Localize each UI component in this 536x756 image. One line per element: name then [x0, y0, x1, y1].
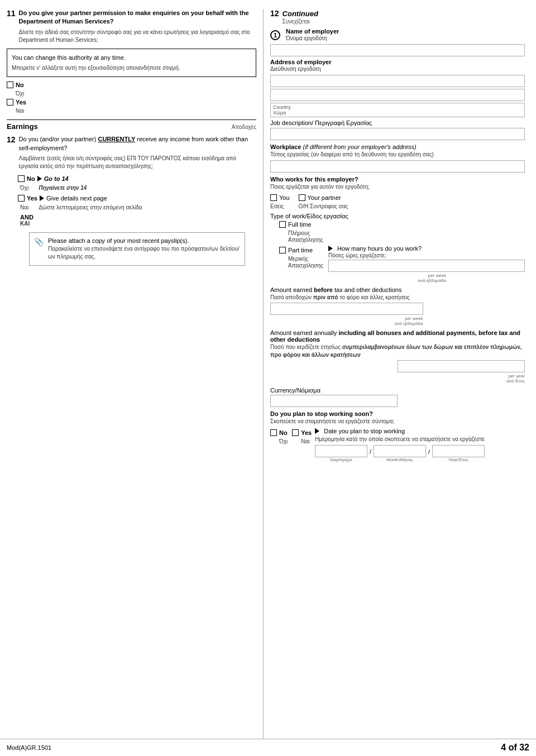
continued-en: Continued	[283, 9, 318, 18]
day-field[interactable]	[315, 445, 367, 457]
stop-working-en: Do you plan to stop working soon?	[270, 410, 525, 417]
no-stop-greek: Όχι	[279, 438, 288, 444]
address-field-1[interactable]	[270, 75, 525, 87]
no-checkbox[interactable]	[7, 82, 13, 88]
workplace-en: Workplace	[270, 143, 301, 150]
job-desc-en: Job description/ Περιγραφή Εργασίας	[270, 119, 372, 126]
no-goto-checkbox[interactable]	[18, 175, 25, 182]
day-field-wrapper: Day/Ημέρα	[315, 445, 367, 462]
currency-field[interactable]	[270, 395, 398, 407]
amount-annual-section: Amount earned annually including all bon…	[270, 329, 525, 384]
part-time-checkbox[interactable]	[279, 247, 286, 253]
you-checkbox[interactable]	[270, 194, 277, 201]
currency-section: Currency/Νόμισμα	[270, 387, 525, 407]
note-box: 📎 Please attach a copy of your most rece…	[29, 232, 245, 266]
stop-working-options: No Όχι Yes Ναι	[270, 428, 525, 462]
workplace-italic: (if different from your employer's addre…	[303, 143, 417, 150]
q12-number: 12	[7, 135, 16, 170]
footer: Mod(A)GR.1501 4 of 32	[0, 739, 536, 756]
who-works-en: Who works for this employer?	[270, 176, 525, 183]
right-header: 12 Continued Συνεχίζεται	[270, 9, 525, 25]
day-label: Day/Ημέρα	[315, 457, 367, 462]
no-goto-en: No	[27, 175, 35, 182]
yes-option: Yes Ναι	[7, 99, 256, 114]
amount-before-field[interactable]	[270, 303, 423, 315]
yes-stop-en: Yes	[301, 429, 312, 436]
continued-greek: Συνεχίζεται	[283, 18, 310, 25]
yes-checkbox[interactable]	[7, 99, 13, 106]
per-week-amount-en: per week	[405, 316, 423, 321]
yes-give-block: Yes Give details next page Ναι Δώστε λεπ…	[18, 193, 256, 266]
earnings-title: Earnings	[7, 122, 38, 131]
partner-en: Your partner	[308, 194, 341, 201]
per-week-label-en: per week	[428, 273, 446, 278]
q12-text-greek: Λαμβάνετε (εσείς ή/και ο/η σύντροφός σας…	[19, 155, 256, 170]
earnings-divider	[7, 119, 256, 120]
employer-name-field[interactable]	[270, 44, 525, 56]
amount-before-en: Amount earned before tax and other deduc…	[270, 286, 525, 293]
full-time-greek2: Απασχόλησης	[288, 237, 323, 243]
and-block: AND ΚΑΙ	[20, 214, 256, 227]
job-desc-field[interactable]	[270, 128, 525, 140]
country-label-greek: Χώρα	[273, 110, 522, 116]
type-work-label: Type of work/Είδος εργασίας	[270, 213, 525, 219]
month-field[interactable]	[374, 445, 426, 457]
hours-per-week-field[interactable]	[328, 260, 525, 272]
yes-stop-option: Yes Ναι	[292, 428, 312, 444]
name-employer-greek: Όνομα εργοδότη	[286, 35, 327, 41]
part-time-en: Part time	[288, 247, 313, 253]
who-works-greek: Ποιος εργάζεται για αυτόν τον εργοδότη;	[270, 183, 525, 191]
date-stop-en: Date you plan to stop working	[324, 428, 405, 434]
employer-address-section: Address of employer Διεύθυνση εργοδότη C…	[270, 59, 525, 117]
no-stop-checkbox[interactable]	[270, 429, 277, 436]
how-many-hours-greek: Πόσες ώρες εργάζεστε;	[328, 252, 386, 259]
who-works-section: Who works for this employer? Ποιος εργάζ…	[270, 176, 525, 209]
yes-stop-checkbox[interactable]	[292, 429, 299, 436]
no-stop-option: No Όχι	[270, 428, 288, 444]
left-column: 11 Do you give your partner permission t…	[7, 9, 264, 739]
employer-name-section: 1 Name of employer Όνομα εργοδότη	[270, 28, 525, 56]
earnings-header: Earnings Αποδοχές	[7, 122, 256, 131]
currency-label: Currency/Νόμισμα	[270, 387, 525, 394]
earnings-greek: Αποδοχές	[232, 124, 256, 130]
workplace-section: Workplace (if different from your employ…	[270, 143, 525, 173]
authority-greek: Μπορείτε ν' αλλάξετε αυτή την εξουσιοδότ…	[12, 64, 251, 72]
yes-label-greek: Ναι	[16, 108, 24, 114]
date-stop-block: Date you plan to stop working Ημερομηνία…	[315, 428, 485, 462]
full-time-checkbox[interactable]	[279, 221, 286, 228]
stop-working-greek: Σκοπεύετε να σταματήσετε να εργάζεστε σύ…	[270, 418, 525, 425]
stop-working-section: Do you plan to stop working soon? Σκοπεύ…	[270, 410, 525, 462]
year-field[interactable]	[432, 445, 485, 457]
and-greek: ΚΑΙ	[20, 221, 256, 227]
question-11-block: 11 Do you give your partner permission t…	[7, 9, 256, 114]
workplace-label: Workplace (if different from your employ…	[270, 143, 525, 150]
name-employer-en: Name of employer	[286, 28, 339, 35]
amount-annual-en: Amount earned annually including all bon…	[270, 329, 525, 343]
workplace-field[interactable]	[270, 160, 525, 173]
per-year-en: per year	[509, 374, 525, 379]
q11-text-greek: Δίνετε την άδειά σας στον/στην σύντροφό …	[19, 28, 256, 44]
you-en: You	[279, 194, 290, 201]
yes-give-greek: Ναι	[20, 204, 28, 210]
address-field-2[interactable]	[270, 89, 525, 101]
note-greek: Παρακαλείστε να επισυνάψετε ένα αντίγραφ…	[48, 245, 240, 261]
you-option: You Εσεις	[270, 193, 290, 209]
year-field-wrapper: Year/Έτος	[432, 445, 485, 462]
no-option: No Όχι	[7, 82, 256, 97]
date-fields-row: Day/Ημέρα / Month/Μήνας / Year/Έτος	[315, 445, 485, 462]
partner-checkbox[interactable]	[299, 194, 305, 201]
authority-box: You can change this authority at any tim…	[7, 49, 256, 77]
per-year-wrapper: per year ανά Έτος	[398, 374, 525, 384]
per-week-amount-greek: ανά εβδομάδα	[395, 321, 423, 326]
type-work-section: Type of work/Είδος εργασίας Full time Πλ…	[270, 213, 525, 283]
date-slash-2: /	[428, 445, 430, 462]
country-field-wrapper: Country Χώρα	[270, 103, 525, 117]
month-field-wrapper: Month/Μήνας	[374, 445, 426, 462]
yes-give-checkbox[interactable]	[18, 195, 25, 202]
who-works-row: You Εσεις Your partner Ο/Η Συντροφος σας	[270, 193, 525, 209]
page-label: 4 of 32	[501, 743, 529, 753]
part-time-greek2: Απασχόλησης	[288, 262, 323, 269]
right-column: 12 Continued Συνεχίζεται 1 Name of emplo…	[264, 9, 525, 739]
annual-field[interactable]	[398, 360, 525, 372]
date-stop-greek: Ημερομηνία κατά την οποία σκοπεύετε να σ…	[315, 436, 485, 443]
